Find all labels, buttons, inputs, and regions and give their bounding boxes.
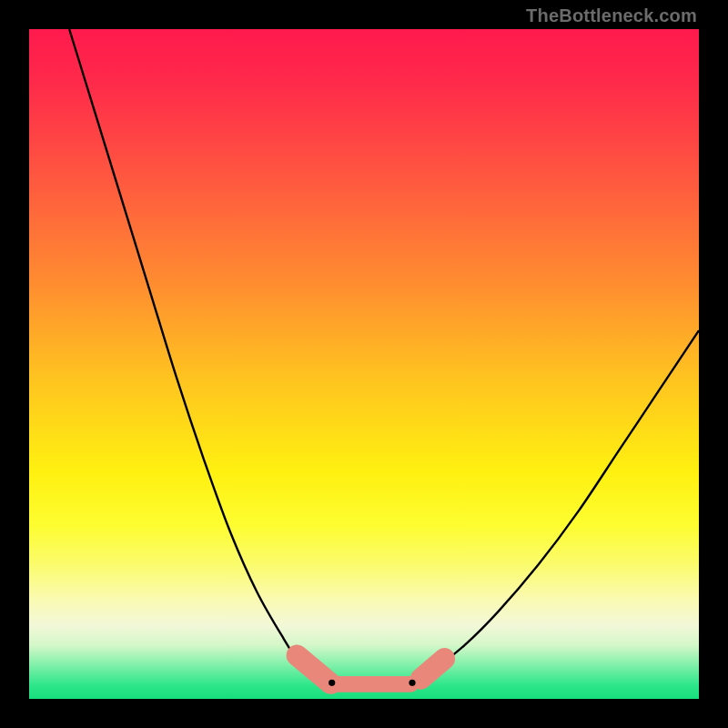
curve-layer — [29, 29, 699, 699]
chart-frame: TheBottleneck.com — [0, 0, 728, 728]
bottleneck-curve — [69, 29, 699, 687]
dot-right — [409, 680, 415, 686]
watermark-text: TheBottleneck.com — [526, 5, 697, 26]
dot-left — [329, 680, 335, 686]
right-marker — [421, 659, 445, 679]
